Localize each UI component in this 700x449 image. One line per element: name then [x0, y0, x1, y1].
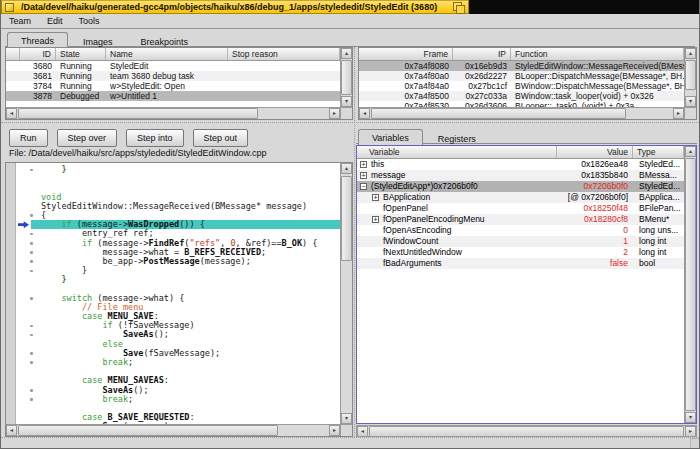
- scroll-left-icon[interactable]: ◂: [6, 425, 17, 436]
- scroll-left-icon[interactable]: ◂: [357, 426, 368, 437]
- collapse-icon[interactable]: −: [360, 183, 367, 190]
- column-header-ip[interactable]: IP: [453, 48, 511, 60]
- menu-item-team[interactable]: Team: [1, 15, 39, 27]
- variable-row[interactable]: fOpenPanel0x18250f48BFilePan...: [357, 203, 684, 214]
- column-header-stop-reason[interactable]: Stop reason: [228, 48, 340, 60]
- menu-item-edit[interactable]: Edit: [39, 15, 71, 27]
- step-into-button[interactable]: Step into: [126, 129, 184, 147]
- source-line[interactable]: [17, 183, 340, 192]
- vertical-splitter[interactable]: [354, 47, 355, 437]
- scrollbar-thumb[interactable]: [369, 426, 684, 437]
- variable-row[interactable]: +message0x1835b840BMessa...: [357, 170, 684, 181]
- variable-row[interactable]: fNextUntitledWindow2long int: [357, 247, 684, 258]
- source-line[interactable]: [17, 174, 340, 183]
- scrollbar-thumb[interactable]: [18, 425, 278, 436]
- scrollbar-thumb[interactable]: [18, 108, 258, 119]
- column-header-type[interactable]: Type: [633, 146, 684, 158]
- scroll-right-icon[interactable]: ▸: [329, 425, 340, 436]
- scroll-right-icon[interactable]: ▸: [685, 426, 696, 437]
- breakpoint-dot-icon[interactable]: [30, 389, 33, 392]
- stack-frame-row[interactable]: 0x7a4f80800x16eb9d3StyledEditWindow::Mes…: [359, 61, 684, 71]
- scroll-left-icon[interactable]: ◂: [359, 108, 370, 119]
- frames-vertical-scrollbar[interactable]: ▴ ▾: [684, 48, 696, 107]
- thread-row[interactable]: 3681Runningteam 3680 debug task: [6, 71, 340, 81]
- source-line[interactable]: break;: [17, 395, 340, 404]
- scroll-up-icon[interactable]: ▴: [685, 146, 696, 157]
- source-horizontal-scrollbar[interactable]: ◂ ▸: [6, 424, 340, 436]
- close-icon[interactable]: [5, 3, 14, 12]
- breakpoint-dot-icon[interactable]: [30, 334, 33, 337]
- step-out-button[interactable]: Step out: [193, 129, 249, 147]
- column-header-id[interactable]: ID: [20, 48, 56, 60]
- breakpoint-dot-icon[interactable]: [30, 260, 33, 263]
- scrollbar-thumb[interactable]: [341, 176, 352, 261]
- scroll-down-icon[interactable]: ▾: [341, 96, 352, 107]
- horizontal-splitter[interactable]: [1, 122, 700, 123]
- column-header-variable[interactable]: Variable: [357, 146, 557, 158]
- scrollbar-thumb[interactable]: [371, 108, 626, 119]
- frames-horizontal-scrollbar[interactable]: ◂ ▸: [359, 107, 684, 119]
- zoom-icon[interactable]: [453, 2, 464, 12]
- scroll-right-icon[interactable]: ▸: [673, 108, 684, 119]
- variable-row[interactable]: fOpenAsEncoding0long uns...: [357, 225, 684, 236]
- column-header-function[interactable]: Function: [511, 48, 684, 60]
- scrollbar-thumb[interactable]: [341, 60, 352, 95]
- breakpoint-dot-icon[interactable]: [30, 361, 33, 364]
- stack-frame-row[interactable]: 0x7a4f80a00x26d2227BLooper::DispatchMess…: [359, 71, 684, 81]
- stack-frame-row[interactable]: 0x7a4f85000x27c033aBWindow::task_looper(…: [359, 91, 684, 101]
- scrollbar-thumb[interactable]: [685, 60, 696, 90]
- breakpoint-dot-icon[interactable]: [30, 169, 33, 172]
- expand-icon[interactable]: +: [360, 161, 367, 168]
- menu-item-tools[interactable]: Tools: [71, 15, 108, 27]
- threads-vertical-scrollbar[interactable]: ▴ ▾: [340, 48, 352, 107]
- source-line[interactable]: StyledEditWindow::MessageReceived(BMessa…: [17, 202, 340, 211]
- column-header-frame[interactable]: Frame: [359, 48, 453, 60]
- breakpoint-dot-icon[interactable]: [30, 325, 33, 328]
- source-vertical-scrollbar[interactable]: ▴ ▾: [340, 163, 352, 424]
- expand-icon[interactable]: +: [372, 216, 379, 223]
- variables-vertical-scrollbar[interactable]: ▴ ▾: [684, 146, 696, 423]
- column-header-icon[interactable]: [6, 48, 20, 60]
- breakpoint-dot-icon[interactable]: [30, 352, 33, 355]
- scroll-down-icon[interactable]: ▾: [341, 413, 352, 424]
- scroll-up-icon[interactable]: ▴: [341, 163, 352, 174]
- variable-row[interactable]: +BApplication[@ 0x7206b0f0]BApplica...: [357, 192, 684, 203]
- scroll-down-icon[interactable]: ▾: [685, 96, 696, 107]
- scroll-up-icon[interactable]: ▴: [341, 48, 352, 59]
- resize-corner[interactable]: [690, 438, 700, 448]
- threads-horizontal-scrollbar[interactable]: ◂ ▸: [6, 107, 340, 119]
- thread-row[interactable]: 3784Runningw>StyledEdit: Open: [6, 81, 340, 91]
- column-header-value[interactable]: Value: [557, 146, 633, 158]
- variable-row[interactable]: fWindowCount1long int: [357, 236, 684, 247]
- variable-row[interactable]: −(StyledEditApp*)0x7206b0f00x7206b0f0Sty…: [357, 181, 684, 192]
- scrollbar-thumb[interactable]: [685, 158, 696, 411]
- column-header-name[interactable]: Name: [106, 48, 228, 60]
- source-line[interactable]: }: [17, 165, 340, 174]
- variable-row[interactable]: +fOpenPanelEncodingMenu0x18280cf8BMenu*: [357, 214, 684, 225]
- variable-row[interactable]: fBadArgumentsfalsebool: [357, 258, 684, 269]
- variable-row[interactable]: +this0x1826ea48StyledEd...: [357, 159, 684, 170]
- thread-row[interactable]: 3878Debuggedw>Untitled 1: [6, 91, 340, 101]
- expand-icon[interactable]: +: [360, 172, 367, 179]
- breakpoint-dot-icon[interactable]: [30, 398, 33, 401]
- title-tab[interactable]: /Data/devel/haiku/generated-gcc4pm/objec…: [1, 0, 469, 14]
- run-button[interactable]: Run: [9, 129, 48, 147]
- breakpoint-dot-icon[interactable]: [30, 242, 33, 245]
- scroll-right-icon[interactable]: ▸: [329, 108, 340, 119]
- thread-row[interactable]: 3680RunningStyledEdit: [6, 61, 340, 71]
- breakpoint-dot-icon[interactable]: [30, 297, 33, 300]
- expand-icon[interactable]: +: [372, 194, 379, 201]
- source-line[interactable]: break;: [17, 358, 340, 367]
- variables-horizontal-scrollbar[interactable]: ◂ ▸: [356, 425, 697, 437]
- breakpoint-dot-icon[interactable]: [30, 270, 33, 273]
- breakpoint-dot-icon[interactable]: [30, 214, 33, 217]
- scroll-left-icon[interactable]: ◂: [6, 108, 17, 119]
- tab-registers[interactable]: Registers: [425, 131, 489, 146]
- scroll-up-icon[interactable]: ▴: [685, 48, 696, 59]
- stack-frame-row[interactable]: 0x7a4f84a00x27bc1cfBWindow::DispatchMess…: [359, 81, 684, 91]
- scroll-down-icon[interactable]: ▾: [685, 412, 696, 423]
- source-line[interactable]: }: [17, 275, 340, 284]
- breakpoint-dot-icon[interactable]: [30, 233, 33, 236]
- step-over-button[interactable]: Step over: [57, 129, 118, 147]
- breakpoint-dot-icon[interactable]: [30, 251, 33, 254]
